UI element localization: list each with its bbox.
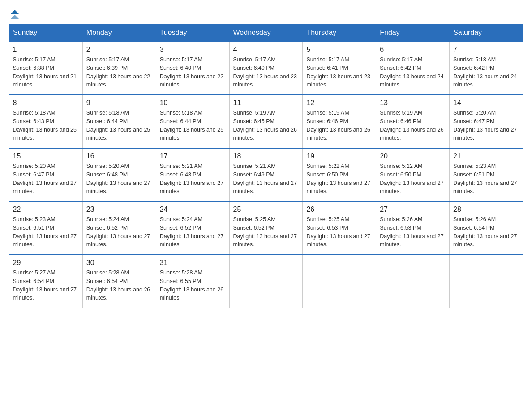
day-info: Sunrise: 5:20 AM Sunset: 6:48 PM Dayligh… (86, 162, 152, 196)
day-info: Sunrise: 5:20 AM Sunset: 6:47 PM Dayligh… (453, 109, 519, 142)
calendar-day-cell: 11 Sunrise: 5:19 AM Sunset: 6:45 PM Dayl… (229, 95, 303, 148)
day-number: 23 (86, 206, 152, 214)
day-info: Sunrise: 5:19 AM Sunset: 6:46 PM Dayligh… (306, 109, 372, 142)
day-info: Sunrise: 5:17 AM Sunset: 6:39 PM Dayligh… (86, 56, 152, 89)
day-info: Sunrise: 5:18 AM Sunset: 6:43 PM Dayligh… (13, 109, 79, 142)
calendar-day-cell: 20 Sunrise: 5:22 AM Sunset: 6:50 PM Dayl… (376, 148, 450, 201)
day-number: 26 (306, 206, 372, 214)
day-info: Sunrise: 5:27 AM Sunset: 6:54 PM Dayligh… (13, 269, 79, 302)
calendar-day-cell: 18 Sunrise: 5:21 AM Sunset: 6:49 PM Dayl… (229, 148, 303, 201)
day-info: Sunrise: 5:23 AM Sunset: 6:51 PM Dayligh… (453, 162, 519, 196)
day-number: 28 (453, 206, 519, 214)
day-number: 11 (233, 99, 299, 107)
day-info: Sunrise: 5:18 AM Sunset: 6:42 PM Dayligh… (453, 56, 519, 89)
calendar-day-cell: 15 Sunrise: 5:20 AM Sunset: 6:47 PM Dayl… (9, 148, 83, 201)
day-number: 15 (13, 152, 79, 160)
day-info: Sunrise: 5:21 AM Sunset: 6:48 PM Dayligh… (160, 162, 226, 196)
col-header-monday: Monday (82, 24, 156, 42)
day-info: Sunrise: 5:17 AM Sunset: 6:42 PM Dayligh… (380, 56, 446, 89)
calendar-week-row: 15 Sunrise: 5:20 AM Sunset: 6:47 PM Dayl… (9, 148, 523, 201)
calendar-day-cell: 2 Sunrise: 5:17 AM Sunset: 6:39 PM Dayli… (82, 42, 156, 95)
calendar-day-cell: 31 Sunrise: 5:28 AM Sunset: 6:55 PM Dayl… (156, 255, 229, 308)
day-info: Sunrise: 5:26 AM Sunset: 6:54 PM Dayligh… (453, 215, 519, 249)
calendar-day-cell: 22 Sunrise: 5:23 AM Sunset: 6:51 PM Dayl… (9, 201, 83, 255)
col-header-thursday: Thursday (303, 24, 376, 42)
day-info: Sunrise: 5:17 AM Sunset: 6:41 PM Dayligh… (306, 56, 372, 89)
calendar-day-cell: 3 Sunrise: 5:17 AM Sunset: 6:40 PM Dayli… (156, 42, 229, 95)
day-info: Sunrise: 5:24 AM Sunset: 6:52 PM Dayligh… (86, 215, 152, 249)
calendar-week-row: 1 Sunrise: 5:17 AM Sunset: 6:38 PM Dayli… (9, 42, 523, 95)
calendar-day-cell: 17 Sunrise: 5:21 AM Sunset: 6:48 PM Dayl… (156, 148, 229, 201)
col-header-friday: Friday (376, 24, 450, 42)
calendar-week-row: 22 Sunrise: 5:23 AM Sunset: 6:51 PM Dayl… (9, 201, 523, 255)
day-info: Sunrise: 5:24 AM Sunset: 6:52 PM Dayligh… (160, 215, 226, 249)
day-number: 9 (86, 99, 152, 107)
day-number: 29 (13, 259, 79, 267)
calendar-day-cell: 16 Sunrise: 5:20 AM Sunset: 6:48 PM Dayl… (82, 148, 156, 201)
calendar-day-cell: 4 Sunrise: 5:17 AM Sunset: 6:40 PM Dayli… (229, 42, 303, 95)
calendar-table: SundayMondayTuesdayWednesdayThursdayFrid… (9, 24, 523, 308)
day-info: Sunrise: 5:25 AM Sunset: 6:53 PM Dayligh… (306, 215, 372, 249)
calendar-day-cell: 6 Sunrise: 5:17 AM Sunset: 6:42 PM Dayli… (376, 42, 450, 95)
col-header-sunday: Sunday (9, 24, 83, 42)
day-number: 31 (160, 259, 226, 267)
day-info: Sunrise: 5:25 AM Sunset: 6:52 PM Dayligh… (233, 215, 299, 249)
day-number: 5 (306, 46, 372, 54)
calendar-empty-cell (229, 255, 303, 308)
calendar-day-cell: 23 Sunrise: 5:24 AM Sunset: 6:52 PM Dayl… (82, 201, 156, 255)
col-header-wednesday: Wednesday (229, 24, 303, 42)
day-number: 2 (86, 46, 152, 54)
day-number: 14 (453, 99, 519, 107)
col-header-tuesday: Tuesday (156, 24, 229, 42)
day-number: 3 (160, 46, 226, 54)
day-number: 30 (86, 259, 152, 267)
day-info: Sunrise: 5:28 AM Sunset: 6:55 PM Dayligh… (160, 269, 226, 302)
calendar-week-row: 8 Sunrise: 5:18 AM Sunset: 6:43 PM Dayli… (9, 95, 523, 148)
day-info: Sunrise: 5:18 AM Sunset: 6:44 PM Dayligh… (160, 109, 226, 142)
day-number: 25 (233, 206, 299, 214)
calendar-day-cell: 28 Sunrise: 5:26 AM Sunset: 6:54 PM Dayl… (450, 201, 523, 255)
day-info: Sunrise: 5:19 AM Sunset: 6:45 PM Dayligh… (233, 109, 299, 142)
calendar-day-cell: 21 Sunrise: 5:23 AM Sunset: 6:51 PM Dayl… (450, 148, 523, 201)
day-info: Sunrise: 5:17 AM Sunset: 6:40 PM Dayligh… (160, 56, 226, 89)
calendar-week-row: 29 Sunrise: 5:27 AM Sunset: 6:54 PM Dayl… (9, 255, 523, 308)
logo (9, 9, 19, 19)
calendar-day-cell: 29 Sunrise: 5:27 AM Sunset: 6:54 PM Dayl… (9, 255, 83, 308)
day-info: Sunrise: 5:17 AM Sunset: 6:38 PM Dayligh… (13, 56, 79, 89)
day-number: 13 (380, 99, 446, 107)
calendar-empty-cell (376, 255, 450, 308)
calendar-day-cell: 30 Sunrise: 5:28 AM Sunset: 6:54 PM Dayl… (82, 255, 156, 308)
day-info: Sunrise: 5:28 AM Sunset: 6:54 PM Dayligh… (86, 269, 152, 302)
calendar-day-cell: 14 Sunrise: 5:20 AM Sunset: 6:47 PM Dayl… (450, 95, 523, 148)
calendar-day-cell: 27 Sunrise: 5:26 AM Sunset: 6:53 PM Dayl… (376, 201, 450, 255)
day-number: 4 (233, 46, 299, 54)
calendar-day-cell: 9 Sunrise: 5:18 AM Sunset: 6:44 PM Dayli… (82, 95, 156, 148)
day-number: 21 (453, 152, 519, 160)
day-number: 27 (380, 206, 446, 214)
calendar-day-cell: 5 Sunrise: 5:17 AM Sunset: 6:41 PM Dayli… (303, 42, 376, 95)
day-number: 22 (13, 206, 79, 214)
calendar-empty-cell (450, 255, 523, 308)
day-number: 6 (380, 46, 446, 54)
day-info: Sunrise: 5:22 AM Sunset: 6:50 PM Dayligh… (306, 162, 372, 196)
calendar-day-cell: 8 Sunrise: 5:18 AM Sunset: 6:43 PM Dayli… (9, 95, 83, 148)
day-number: 20 (380, 152, 446, 160)
day-info: Sunrise: 5:22 AM Sunset: 6:50 PM Dayligh… (380, 162, 446, 196)
calendar-day-cell: 1 Sunrise: 5:17 AM Sunset: 6:38 PM Dayli… (9, 42, 83, 95)
day-number: 10 (160, 99, 226, 107)
day-number: 12 (306, 99, 372, 107)
col-header-saturday: Saturday (450, 24, 523, 42)
calendar-day-cell: 7 Sunrise: 5:18 AM Sunset: 6:42 PM Dayli… (450, 42, 523, 95)
day-number: 7 (453, 46, 519, 54)
calendar-empty-cell (303, 255, 376, 308)
day-number: 18 (233, 152, 299, 160)
calendar-header-row: SundayMondayTuesdayWednesdayThursdayFrid… (9, 24, 523, 42)
day-number: 1 (13, 46, 79, 54)
day-info: Sunrise: 5:20 AM Sunset: 6:47 PM Dayligh… (13, 162, 79, 196)
day-number: 17 (160, 152, 226, 160)
day-number: 19 (306, 152, 372, 160)
calendar-day-cell: 26 Sunrise: 5:25 AM Sunset: 6:53 PM Dayl… (303, 201, 376, 255)
day-info: Sunrise: 5:19 AM Sunset: 6:46 PM Dayligh… (380, 109, 446, 142)
day-number: 8 (13, 99, 79, 107)
calendar-day-cell: 19 Sunrise: 5:22 AM Sunset: 6:50 PM Dayl… (303, 148, 376, 201)
